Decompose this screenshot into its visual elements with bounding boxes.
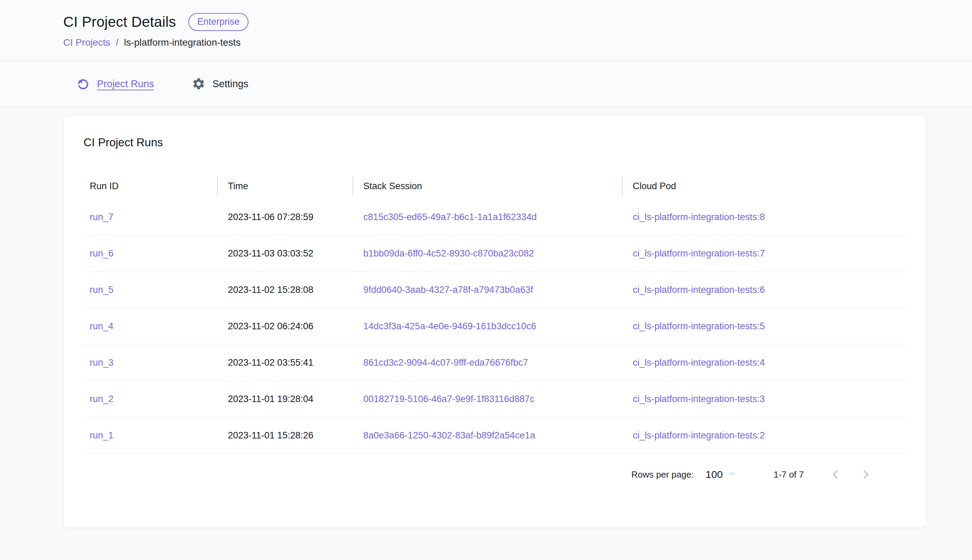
run-id-link[interactable]: run_4	[90, 321, 114, 331]
card-title: CI Project Runs	[83, 136, 906, 149]
table-row: run_7 2023-11-06 07:28:59 c815c305-ed65-…	[83, 199, 908, 235]
time-value: 2023-11-02 15:28:08	[228, 285, 313, 295]
pagination: Rows per page: 100 1-7 of 7	[83, 454, 906, 495]
stack-session-link[interactable]: c815c305-ed65-49a7-b6c1-1a1a1f62334d	[363, 212, 537, 222]
tab-settings[interactable]: Settings	[192, 77, 249, 91]
time-value: 2023-11-02 06:24:06	[228, 321, 313, 331]
run-id-link[interactable]: run_6	[90, 248, 114, 258]
table-row: run_2 2023-11-01 19:28:04 00182719-5106-…	[83, 381, 908, 418]
cloud-pod-link[interactable]: ci_ls-platform-integration-tests:8	[633, 212, 765, 222]
page-title: CI Project Details	[63, 14, 176, 30]
time-value: 2023-11-01 19:28:04	[228, 394, 313, 404]
column-header-cloud-pod: Cloud Pod	[622, 181, 908, 192]
tab-settings-label: Settings	[212, 78, 249, 90]
stack-session-link[interactable]: 00182719-5106-46a7-9e9f-1f83116d887c	[363, 394, 534, 404]
pager-buttons	[825, 463, 877, 485]
gear-icon	[192, 77, 206, 91]
previous-page-button[interactable]	[825, 463, 847, 485]
rows-per-page-value: 100	[706, 469, 723, 480]
column-header-stack-session: Stack Session	[352, 181, 622, 192]
breadcrumb-separator: /	[116, 37, 119, 48]
time-value: 2023-11-03 03:03:52	[228, 248, 313, 258]
table-row: run_6 2023-11-03 03:03:52 b1bb09da-6ff0-…	[83, 235, 908, 272]
table-row: run_4 2023-11-02 06:24:06 14dc3f3a-425a-…	[83, 308, 908, 345]
next-page-button[interactable]	[855, 463, 877, 485]
breadcrumb-link-ci-projects[interactable]: CI Projects	[63, 37, 110, 48]
time-value: 2023-11-01 15:28:26	[228, 430, 313, 440]
stack-session-link[interactable]: b1bb09da-6ff0-4c52-8930-c870ba23c082	[363, 248, 534, 258]
cloud-pod-link[interactable]: ci_ls-platform-integration-tests:4	[633, 357, 765, 368]
tab-project-runs-label: Project Runs	[97, 78, 154, 90]
cloud-pod-link[interactable]: ci_ls-platform-integration-tests:2	[633, 430, 765, 440]
column-header-time: Time	[217, 181, 352, 192]
title-row: CI Project Details Enterprise	[63, 13, 972, 31]
breadcrumb-current: ls-platform-integration-tests	[124, 37, 241, 48]
table-row: run_1 2023-11-01 15:28:26 8a0e3a66-1250-…	[83, 418, 908, 454]
content-area: CI Project Runs Run ID Time Stack Sessio…	[0, 107, 972, 560]
cloud-pod-link[interactable]: ci_ls-platform-integration-tests:3	[633, 394, 765, 404]
run-id-link[interactable]: run_3	[90, 357, 114, 368]
cloud-pod-link[interactable]: ci_ls-platform-integration-tests:5	[633, 321, 765, 331]
run-id-link[interactable]: run_1	[90, 430, 114, 440]
table-row: run_3 2023-11-02 03:55:41 861cd3c2-9094-…	[83, 345, 908, 381]
runs-table: Run ID Time Stack Session Cloud Pod run_…	[83, 173, 908, 454]
rows-per-page-select[interactable]: 100	[706, 469, 736, 480]
page: CI Project Details Enterprise CI Project…	[0, 0, 972, 560]
time-value: 2023-11-02 03:55:41	[228, 357, 313, 368]
cloud-pod-link[interactable]: ci_ls-platform-integration-tests:6	[633, 285, 765, 295]
stack-session-link[interactable]: 9fdd0640-3aab-4327-a78f-a79473b0a63f	[363, 285, 533, 295]
tab-project-runs[interactable]: Project Runs	[76, 77, 154, 91]
stack-session-link[interactable]: 8a0e3a66-1250-4302-83af-b89f2a54ce1a	[363, 430, 535, 440]
column-header-run-id: Run ID	[83, 181, 217, 192]
ci-project-runs-card: CI Project Runs Run ID Time Stack Sessio…	[63, 116, 926, 528]
table-row: run_5 2023-11-02 15:28:08 9fdd0640-3aab-…	[83, 272, 908, 308]
stack-session-link[interactable]: 14dc3f3a-425a-4e0e-9469-161b3dcc10c6	[363, 321, 536, 331]
run-id-link[interactable]: run_2	[90, 394, 114, 404]
page-header: CI Project Details Enterprise CI Project…	[0, 0, 972, 62]
rows-per-page-label: Rows per page:	[631, 469, 694, 480]
pagination-range: 1-7 of 7	[774, 469, 804, 480]
chevron-left-icon	[829, 468, 842, 481]
tab-bar: Project Runs Settings	[0, 62, 972, 107]
runs-table-body: run_7 2023-11-06 07:28:59 c815c305-ed65-…	[83, 199, 908, 454]
stack-session-link[interactable]: 861cd3c2-9094-4c07-9fff-eda76676fbc7	[363, 357, 528, 368]
runs-table-header: Run ID Time Stack Session Cloud Pod	[83, 173, 908, 199]
time-value: 2023-11-06 07:28:59	[228, 212, 313, 222]
enterprise-badge: Enterprise	[188, 13, 249, 31]
cloud-pod-link[interactable]: ci_ls-platform-integration-tests:7	[633, 248, 765, 258]
run-id-link[interactable]: run_7	[90, 212, 114, 222]
history-icon	[76, 77, 90, 91]
chevron-right-icon	[860, 468, 872, 481]
breadcrumb: CI Projects / ls-platform-integration-te…	[63, 37, 972, 48]
chevron-down-icon	[728, 472, 736, 477]
run-id-link[interactable]: run_5	[90, 285, 114, 295]
